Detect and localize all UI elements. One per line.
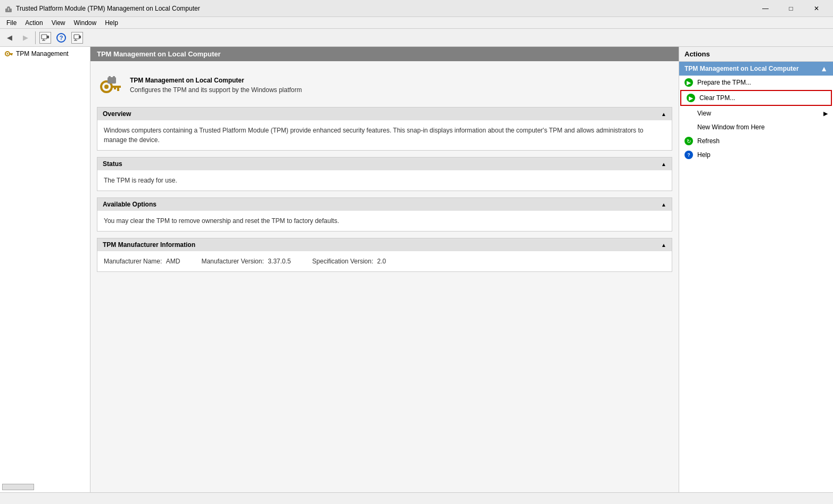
section-options-arrow: ▲ (661, 202, 666, 208)
menu-view[interactable]: View (47, 18, 70, 28)
svg-point-20 (104, 85, 109, 89)
title-text: Trusted Platform Module (TPM) Management… (16, 5, 200, 12)
sidebar-item-label: TPM Management (16, 50, 69, 57)
section-options-title: Available Options (103, 201, 156, 208)
menu-action[interactable]: Action (21, 18, 47, 28)
svg-rect-7 (74, 35, 79, 39)
section-options: Available Options ▲ You may clear the TP… (97, 197, 672, 232)
clear-tpm-icon: ▶ (687, 94, 695, 102)
back-button[interactable]: ◀ (2, 30, 17, 45)
section-status-title: Status (103, 160, 122, 168)
svg-rect-3 (42, 35, 47, 39)
toolbar-separator (35, 31, 36, 44)
help-icon: ? (56, 33, 66, 43)
new-window-label: New Window from Here (697, 123, 765, 131)
content-header: TPM Management on Local Computer (90, 47, 679, 61)
manufacturer-version: Manufacturer Version: 3.37.0.5 (201, 257, 291, 266)
section-overview-content: Windows computers containing a Trusted P… (97, 120, 672, 150)
prepare-tpm-icon: ▶ (684, 78, 693, 87)
section-overview: Overview ▲ Windows computers containing … (97, 107, 672, 151)
section-manufacturer-arrow: ▲ (661, 242, 666, 248)
action-prepare-tpm[interactable]: ▶ Prepare the TPM... (679, 76, 833, 89)
action-view[interactable]: View ▶ (679, 106, 833, 120)
minimize-button[interactable]: — (753, 0, 778, 17)
restore-button[interactable]: □ (779, 0, 803, 17)
show-scope-button[interactable] (38, 30, 53, 45)
svg-point-15 (7, 53, 9, 55)
help-action-icon: ? (684, 151, 693, 159)
app-intro-icon (97, 72, 123, 98)
sidebar-item-tpm[interactable]: TPM Management (0, 47, 90, 61)
help-button[interactable]: ? (54, 30, 69, 45)
view-submenu-arrow: ▶ (823, 110, 828, 117)
view-submenu: View ▶ (697, 110, 828, 117)
app-icon (4, 4, 13, 13)
manufacturer-name: Manufacturer Name: AMD (104, 257, 180, 266)
content-body: TPM Management on Local Computer Configu… (90, 61, 679, 492)
svg-rect-8 (79, 36, 81, 38)
section-options-header[interactable]: Available Options ▲ (97, 198, 672, 211)
spec-version: Specification Version: 2.0 (312, 257, 386, 266)
actions-section-header[interactable]: TPM Management on Local Computer ▲ (679, 62, 833, 76)
actions-section-title-text: TPM Management on Local Computer (684, 65, 799, 72)
tpm-icon (4, 49, 14, 59)
content-panel: TPM Management on Local Computer TPM Man… (90, 47, 679, 492)
section-overview-arrow: ▲ (661, 111, 666, 117)
section-manufacturer-header[interactable]: TPM Manufacturer Information ▲ (97, 238, 672, 251)
svg-rect-23 (113, 76, 115, 78)
export-icon (71, 32, 83, 44)
svg-rect-2 (8, 8, 9, 11)
app-intro-text: TPM Management on Local Computer Configu… (130, 77, 302, 94)
section-manufacturer-title: TPM Manufacturer Information (103, 241, 195, 249)
svg-rect-4 (47, 36, 49, 38)
svg-rect-22 (109, 76, 111, 78)
app-intro: TPM Management on Local Computer Configu… (97, 68, 672, 107)
status-bar (0, 492, 833, 504)
section-status-content: The TPM is ready for use. (97, 170, 672, 191)
app-intro-title: TPM Management on Local Computer (130, 77, 302, 84)
app-intro-description: Configures the TPM and its support by th… (130, 86, 302, 94)
title-bar-left: Trusted Platform Module (TPM) Management… (4, 4, 200, 13)
new-window-spacer (684, 123, 693, 131)
sidebar-scrollbar[interactable] (2, 484, 34, 490)
action-refresh[interactable]: ↻ Refresh (679, 134, 833, 148)
refresh-label: Refresh (697, 137, 720, 145)
refresh-icon: ↻ (684, 137, 693, 145)
menu-bar: File Action View Window Help (0, 17, 833, 29)
sidebar: TPM Management (0, 47, 90, 492)
prepare-tpm-label: Prepare the TPM... (697, 79, 751, 86)
forward-button[interactable]: ▶ (18, 30, 33, 45)
clear-tpm-label: Clear TPM... (699, 94, 735, 102)
manufacturer-info: Manufacturer Name: AMD Manufacturer Vers… (104, 257, 665, 266)
menu-window[interactable]: Window (70, 18, 101, 28)
toolbar: ◀ ▶ ? (0, 29, 833, 47)
view-label: View (697, 110, 711, 117)
actions-title: Actions (679, 47, 833, 62)
menu-help[interactable]: Help (101, 18, 122, 28)
back-icon: ◀ (7, 34, 12, 42)
section-manufacturer: TPM Manufacturer Information ▲ Manufactu… (97, 238, 672, 272)
section-overview-header[interactable]: Overview ▲ (97, 108, 672, 120)
title-bar: Trusted Platform Module (TPM) Management… (0, 0, 833, 17)
main-area: TPM Management TPM Management on Local C… (0, 47, 833, 492)
section-status: Status ▲ The TPM is ready for use. (97, 157, 672, 191)
action-new-window[interactable]: New Window from Here (679, 120, 833, 134)
section-status-arrow: ▲ (661, 161, 666, 167)
action-help[interactable]: ? Help (679, 148, 833, 162)
menu-file[interactable]: File (2, 18, 21, 28)
section-status-header[interactable]: Status ▲ (97, 158, 672, 170)
actions-panel: Actions TPM Management on Local Computer… (679, 47, 833, 492)
section-options-content: You may clear the TPM to remove ownershi… (97, 211, 672, 231)
title-controls: — □ ✕ (753, 0, 829, 17)
section-overview-title: Overview (103, 110, 131, 118)
export-button[interactable] (70, 30, 85, 45)
section-manufacturer-content: Manufacturer Name: AMD Manufacturer Vers… (97, 251, 672, 271)
close-button[interactable]: ✕ (804, 0, 829, 17)
show-scope-icon (39, 32, 51, 44)
actions-section-arrow: ▲ (820, 64, 828, 73)
action-clear-tpm[interactable]: ▶ Clear TPM... (680, 90, 832, 106)
forward-icon: ▶ (23, 34, 28, 42)
sidebar-spacer (0, 61, 90, 484)
view-spacer (684, 109, 693, 118)
help-label: Help (697, 151, 711, 159)
